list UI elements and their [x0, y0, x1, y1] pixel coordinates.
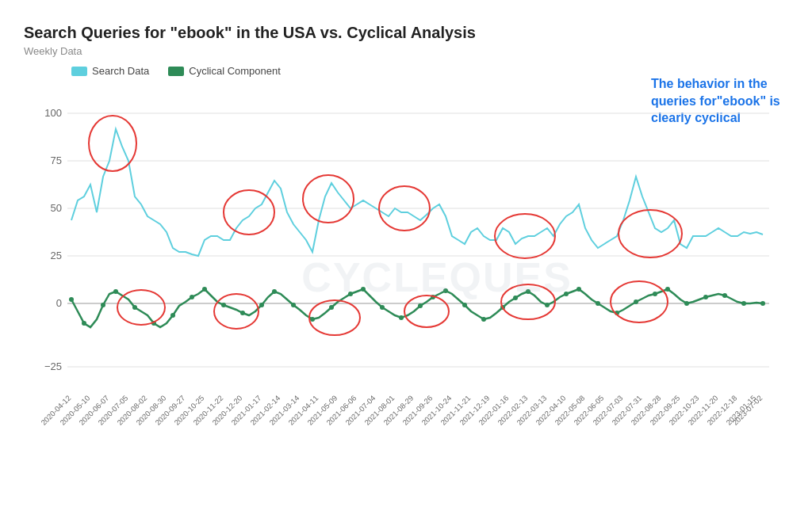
- svg-point-60: [214, 294, 259, 329]
- svg-point-64: [611, 281, 668, 322]
- svg-text:50: 50: [51, 202, 62, 214]
- search-data-line: [71, 129, 763, 256]
- svg-point-22: [240, 311, 245, 315]
- svg-point-48: [684, 301, 689, 306]
- svg-point-29: [361, 287, 366, 292]
- legend-swatch-search: [71, 67, 87, 76]
- svg-point-27: [329, 305, 334, 310]
- svg-point-13: [82, 321, 86, 326]
- svg-point-19: [190, 295, 194, 299]
- svg-point-57: [495, 214, 555, 258]
- svg-point-16: [132, 305, 137, 310]
- legend-item-search: Search Data: [71, 65, 149, 77]
- svg-point-31: [399, 315, 404, 320]
- svg-point-55: [303, 175, 354, 223]
- legend-item-cyclical: Cyclical Component: [168, 65, 281, 77]
- cyclical-component-line: [71, 289, 763, 327]
- svg-point-47: [665, 287, 670, 292]
- x-axis-labels: 2020-04-12 2020-05-10 2020-06-07 2020-07…: [39, 394, 764, 427]
- svg-point-46: [653, 292, 657, 296]
- svg-text:75: 75: [51, 154, 62, 166]
- svg-point-18: [170, 313, 175, 318]
- svg-point-39: [526, 289, 530, 294]
- svg-point-32: [418, 303, 423, 308]
- legend-label-search: Search Data: [92, 65, 149, 77]
- svg-point-26: [310, 317, 315, 322]
- svg-point-23: [259, 303, 264, 307]
- svg-point-24: [272, 289, 277, 294]
- chart-container: Search Queries for "ebook" in the USA vs…: [0, 0, 812, 511]
- svg-point-30: [380, 305, 385, 310]
- svg-point-49: [703, 295, 708, 299]
- svg-point-42: [576, 287, 581, 292]
- svg-point-40: [545, 303, 550, 307]
- svg-point-15: [113, 289, 118, 294]
- legend-label-cyclical: Cyclical Component: [189, 65, 281, 77]
- svg-point-38: [513, 296, 518, 300]
- svg-point-51: [741, 301, 746, 306]
- main-chart-svg: 100 75 50 25 0 −25: [24, 82, 785, 470]
- svg-text:−25: −25: [44, 360, 62, 372]
- chart-area: CYCLEQUES 100 75 50 25 0 −25: [24, 82, 796, 473]
- svg-point-62: [404, 296, 449, 327]
- svg-point-12: [69, 297, 74, 302]
- svg-point-52: [760, 301, 765, 306]
- svg-text:0: 0: [56, 297, 62, 309]
- svg-text:25: 25: [51, 250, 62, 261]
- svg-point-28: [348, 292, 353, 296]
- chart-subtitle: Weekly Data: [24, 45, 796, 57]
- svg-point-41: [564, 292, 569, 296]
- svg-point-21: [221, 303, 226, 307]
- svg-point-34: [443, 288, 448, 293]
- svg-text:100: 100: [44, 107, 62, 119]
- svg-point-35: [462, 303, 467, 307]
- svg-point-45: [634, 299, 638, 304]
- svg-point-25: [291, 303, 296, 307]
- svg-point-54: [224, 190, 274, 235]
- svg-point-50: [722, 293, 727, 298]
- svg-point-20: [202, 287, 207, 292]
- svg-point-59: [117, 290, 165, 325]
- legend-swatch-cyclical: [168, 67, 184, 76]
- svg-point-14: [101, 303, 105, 307]
- svg-point-43: [596, 301, 600, 306]
- chart-title: Search Queries for "ebook" in the USA vs…: [24, 24, 796, 42]
- svg-point-36: [481, 317, 486, 322]
